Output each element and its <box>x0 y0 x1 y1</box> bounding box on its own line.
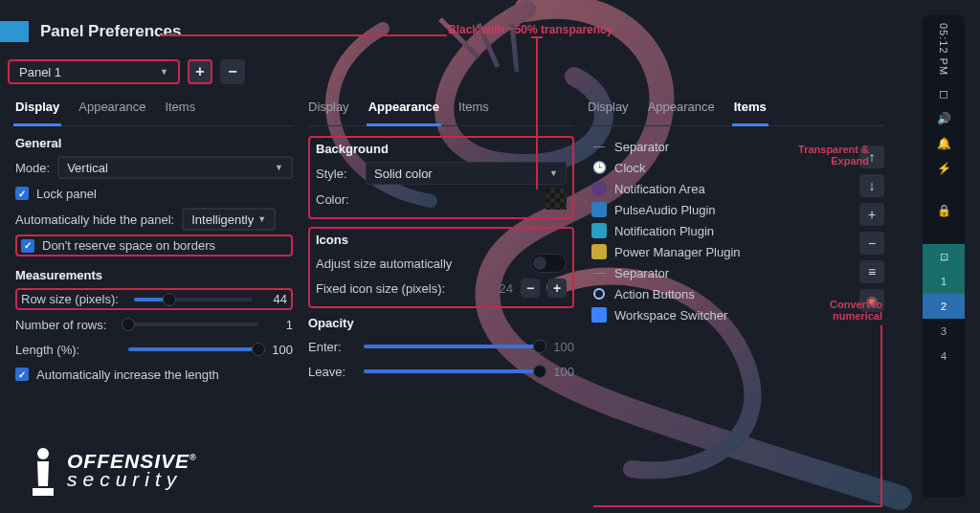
title-accent <box>0 21 29 42</box>
pulseaudio-icon <box>591 202 607 217</box>
numrows-slider[interactable] <box>128 323 258 326</box>
tab-items[interactable]: Items <box>458 100 489 125</box>
annotation-convert: Convert to numerical <box>815 299 882 322</box>
notification-area-icon <box>591 181 607 196</box>
list-item[interactable]: Notification Area <box>588 178 884 199</box>
leave-slider[interactable] <box>364 369 540 373</box>
fixed-size-value: 24 <box>492 281 513 296</box>
tab-display[interactable]: Display <box>15 100 59 125</box>
mode-value: Vertical <box>67 161 108 175</box>
numrows-value: 1 <box>266 318 293 332</box>
annotation-line <box>536 36 538 190</box>
workspace-2[interactable]: 2 <box>923 294 965 319</box>
tab-items[interactable]: Items <box>734 100 767 125</box>
fixed-size-dec-button[interactable]: − <box>521 279 540 298</box>
volume-icon[interactable]: 🔊 <box>935 112 952 125</box>
tab-appearance[interactable]: Appearance <box>648 100 715 125</box>
auto-size-toggle[interactable] <box>530 254 567 273</box>
heading-icons: Icons <box>316 233 567 247</box>
separator-icon: — <box>591 265 607 280</box>
action-buttons-icon <box>591 286 607 301</box>
vertical-panel: 05:12 PM ◻ 🔊 🔔 ⚡ 🔒 ⊡ 1 2 3 4 <box>923 15 965 498</box>
tabs-col2: Display Appearance Items <box>308 100 574 126</box>
title-bar: Panel Preferences <box>0 19 282 44</box>
annotation-line <box>880 325 882 507</box>
borders-checkbox[interactable]: ✓ <box>21 239 34 253</box>
item-actions: ↑ ↓ + − ≡ ◉ <box>859 145 884 312</box>
chevron-down-icon: ▼ <box>549 168 558 178</box>
leave-value: 100 <box>547 365 574 379</box>
bell-icon[interactable]: 🔔 <box>935 137 952 150</box>
tab-appearance[interactable]: Appearance <box>78 100 145 125</box>
list-item[interactable]: Power Manager Plugin <box>588 241 884 262</box>
add-panel-button[interactable]: + <box>188 59 212 84</box>
tab-appearance[interactable]: Appearance <box>368 100 439 125</box>
mode-combo[interactable]: Vertical ▼ <box>57 156 293 179</box>
tab-items[interactable]: Items <box>165 100 195 125</box>
display-column: Display Appearance Items General Mode: V… <box>15 100 293 389</box>
panel-selector[interactable]: Panel 1 ▼ <box>8 59 180 84</box>
borders-label: Don't reserve space on borders <box>42 238 215 253</box>
tab-display[interactable]: Display <box>308 100 349 125</box>
style-label: Style: <box>316 167 358 181</box>
autohide-label: Automatically hide the panel: <box>15 212 174 227</box>
list-item[interactable]: —Separator <box>588 262 884 283</box>
rowsize-label: Row size (pixels): <box>21 292 126 306</box>
edit-item-button[interactable]: ≡ <box>859 260 884 283</box>
clock-icon: 🕒 <box>591 160 607 175</box>
rowsize-slider[interactable] <box>134 298 253 301</box>
numrows-label: Number of rows: <box>15 318 121 332</box>
chevron-down-icon: ▼ <box>275 163 283 172</box>
color-swatch[interactable] <box>546 189 567 210</box>
workspace-1[interactable]: 1 <box>923 269 965 294</box>
heading-measurements: Measurements <box>15 268 293 282</box>
color-label: Color: <box>316 192 358 207</box>
panel-clock[interactable]: 05:12 PM <box>938 23 949 76</box>
desktop-button[interactable]: ⊡ <box>923 244 965 269</box>
add-item-button[interactable]: + <box>859 203 884 226</box>
tabs-col1: Display Appearance Items <box>15 100 293 126</box>
remove-item-button[interactable]: − <box>859 232 884 255</box>
display-icon[interactable]: ◻ <box>935 87 952 100</box>
autohide-combo[interactable]: Intelligently ▼ <box>182 208 276 231</box>
remove-panel-button[interactable]: − <box>220 59 245 84</box>
enter-slider[interactable] <box>364 345 540 348</box>
tab-display[interactable]: Display <box>588 100 629 125</box>
workspace-buttons: ⊡ 1 2 3 4 <box>923 244 965 368</box>
length-value: 100 <box>266 343 293 357</box>
offensive-security-logo: OFFENSIVE® security <box>27 444 197 498</box>
panel-selector-value: Panel 1 <box>19 65 61 79</box>
lock-panel-checkbox[interactable]: ✓ <box>15 187 29 200</box>
annotation-line <box>160 34 447 36</box>
appearance-column: Display Appearance Items Background Styl… <box>308 100 574 386</box>
workspace-4[interactable]: 4 <box>923 344 965 368</box>
list-item[interactable]: PulseAudio Plugin <box>588 199 884 220</box>
icons-group: Icons Adjust size automatically Fixed ic… <box>308 227 574 308</box>
tabs-col3: Display Appearance Items <box>588 100 884 126</box>
enter-label: Enter: <box>308 340 356 354</box>
annotation-transparency: Black with ~50% transparency <box>448 23 612 36</box>
items-column: Display Appearance Items —Separator 🕒Clo… <box>588 100 884 325</box>
fixed-size-inc-button[interactable]: + <box>547 279 567 298</box>
rowsize-value: 44 <box>260 292 287 306</box>
heading-background: Background <box>316 142 567 156</box>
length-label: Length (%): <box>15 343 121 357</box>
auto-length-checkbox[interactable]: ✓ <box>15 368 29 381</box>
auto-length-label: Automatically increase the length <box>36 368 219 382</box>
heading-opacity: Opacity <box>308 316 574 330</box>
lock-icon[interactable]: 🔒 <box>935 204 952 217</box>
list-item[interactable]: Notification Plugin <box>588 220 884 241</box>
mode-label: Mode: <box>15 161 50 175</box>
svg-rect-1 <box>33 488 54 496</box>
length-slider[interactable] <box>128 347 258 351</box>
workspace-3[interactable]: 3 <box>923 319 965 344</box>
svg-point-0 <box>37 448 49 459</box>
power-icon[interactable]: ⚡ <box>935 162 952 175</box>
separator-icon: — <box>591 139 607 154</box>
annotation-expand: Transparent & Expand <box>764 144 869 167</box>
annotation-arrowhead <box>531 36 543 38</box>
move-down-button[interactable]: ↓ <box>859 174 884 197</box>
heading-general: General <box>15 136 293 150</box>
lock-panel-label: Lock panel <box>36 187 97 201</box>
page-title: Panel Preferences <box>40 22 181 41</box>
